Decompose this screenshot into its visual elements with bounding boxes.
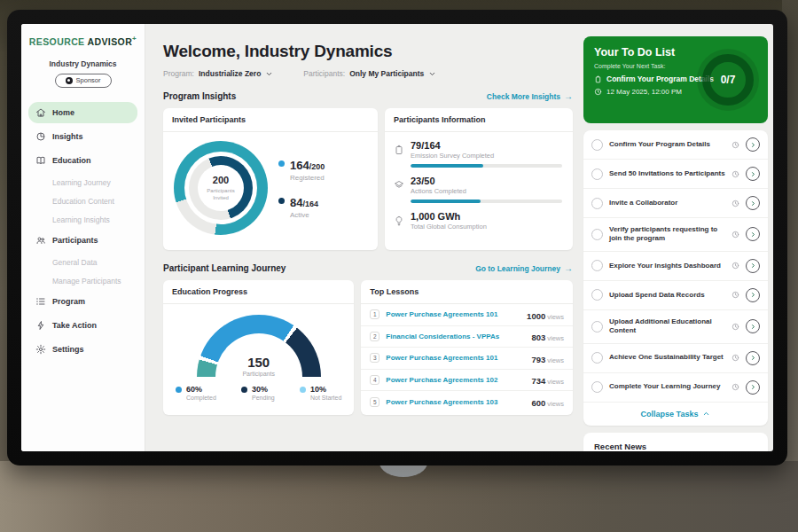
lesson-row: 2 Financial Considerations - VPPAs 803vi… <box>361 326 573 348</box>
lesson-views: 600 <box>531 398 545 408</box>
task-checkbox[interactable] <box>591 229 603 240</box>
task-checkbox[interactable] <box>591 168 603 180</box>
sidebar-item-label: Participants <box>52 236 98 245</box>
sidebar-item-participants[interactable]: Participants <box>28 230 137 251</box>
sidebar-item-manage-participants[interactable]: Manage Participants <box>28 272 137 291</box>
todo-task-row: Send 50 Invitations to Participants <box>583 160 768 189</box>
lesson-rank: 4 <box>370 375 379 385</box>
lesson-views: 793 <box>531 355 545 364</box>
emission-progress-bar <box>411 164 483 168</box>
task-open-button[interactable] <box>746 380 760 395</box>
completed-label: Completed <box>186 395 216 401</box>
app-logo: RESOURCE ADVISOR+ <box>28 35 137 47</box>
task-checkbox[interactable] <box>591 198 603 209</box>
lesson-link[interactable]: Power Purchase Agreements 101 <box>386 354 525 362</box>
task-open-button[interactable] <box>746 288 760 302</box>
sidebar-item-label: Insights <box>52 132 83 141</box>
collapse-tasks-label: Collapse Tasks <box>641 410 699 419</box>
legend-active: 84/164 Active <box>278 194 325 219</box>
participants-information-card-title: Participants Information <box>385 108 573 132</box>
sponsor-badge-label: Sponsor <box>76 76 101 84</box>
task-due-icon <box>732 231 739 239</box>
task-label: Complete Your Learning Journey <box>609 382 725 391</box>
actions-icon <box>394 178 404 189</box>
chevron-down-icon <box>265 70 273 78</box>
task-open-button[interactable] <box>746 259 760 273</box>
task-open-button[interactable] <box>746 227 760 241</box>
task-checkbox[interactable] <box>591 321 603 332</box>
pending-label: Pending <box>252 395 275 401</box>
task-checkbox[interactable] <box>591 139 603 151</box>
stat-value: 23/50 <box>411 176 562 186</box>
task-due-icon <box>732 200 739 207</box>
sidebar-item-take-action[interactable]: Take Action <box>28 315 137 336</box>
collapse-tasks-link[interactable]: Collapse Tasks <box>583 403 768 426</box>
go-to-learning-journey-link[interactable]: Go to Learning Journey → <box>475 264 573 273</box>
sidebar-item-education[interactable]: Education <box>28 150 137 171</box>
todo-task-row: Invite a Collaborator <box>583 189 768 218</box>
participants-select[interactable]: Participants: Only My Participants <box>303 69 436 78</box>
todo-due-label: 12 May 2025, 12:00 PM <box>606 88 682 96</box>
sidebar-item-learning-insights[interactable]: Learning Insights <box>28 211 137 230</box>
task-checkbox[interactable] <box>591 352 603 364</box>
logo-primary: RESOURCE <box>29 36 85 47</box>
sponsor-badge[interactable]: Sponsor <box>55 74 112 88</box>
lesson-row: 3 Power Purchase Agreements 101 793views <box>361 348 573 370</box>
sidebar-item-program[interactable]: Program <box>28 291 137 312</box>
sidebar-item-insights[interactable]: Insights <box>28 126 137 147</box>
take-action-icon <box>35 320 46 331</box>
task-open-button[interactable] <box>746 167 760 181</box>
chevron-right-icon <box>749 170 757 178</box>
arrow-right-icon: → <box>564 264 573 273</box>
task-label: Upload Additional Educational Content <box>609 317 725 336</box>
learning-journey-title: Participant Learning Journey <box>163 263 286 273</box>
lesson-views: 803 <box>531 332 545 342</box>
sidebar-item-home[interactable]: Home <box>28 102 137 123</box>
views-suffix: views <box>547 313 564 321</box>
lesson-rank: 2 <box>370 332 379 341</box>
task-due-icon <box>732 291 739 299</box>
lesson-link[interactable]: Power Purchase Agreements 102 <box>386 376 525 384</box>
clock-icon <box>594 88 602 96</box>
sidebar-item-label: Home <box>52 108 74 117</box>
task-open-button[interactable] <box>746 351 760 365</box>
stat-label: Total Global Consumption <box>411 223 562 231</box>
task-checkbox[interactable] <box>591 289 603 301</box>
participants-select-label: Participants: <box>303 69 345 78</box>
task-checkbox[interactable] <box>591 260 603 271</box>
todo-card: Your To Do List Complete Your Next Task:… <box>583 36 768 123</box>
lesson-link[interactable]: Power Purchase Agreements 103 <box>386 398 525 406</box>
completed-bullet <box>176 387 182 393</box>
go-to-learning-journey-label: Go to Learning Journey <box>475 264 560 273</box>
sidebar-item-label: Education <box>52 156 91 165</box>
pending-bullet <box>241 387 247 393</box>
lesson-rank: 3 <box>370 353 379 363</box>
lesson-row: 1 Power Purchase Agreements 101 1000view… <box>361 304 573 326</box>
lesson-link[interactable]: Financial Considerations - VPPAs <box>386 332 525 340</box>
chevron-down-icon <box>428 70 436 78</box>
active-total: /164 <box>302 200 318 208</box>
views-suffix: views <box>547 378 564 386</box>
gauge-center-label: Participants <box>197 371 321 377</box>
task-checkbox[interactable] <box>591 381 603 393</box>
task-label: Invite a Collaborator <box>609 199 725 207</box>
chevron-right-icon <box>749 383 757 391</box>
survey-icon <box>394 143 404 153</box>
sidebar-item-education-content[interactable]: Education Content <box>28 192 137 211</box>
check-more-insights-link[interactable]: Check More Insights → <box>487 92 573 101</box>
sidebar-item-general-data[interactable]: General Data <box>28 254 137 272</box>
sidebar-item-settings[interactable]: Settings <box>28 339 137 360</box>
lesson-link[interactable]: Power Purchase Agreements 101 <box>386 310 520 318</box>
program-select[interactable]: Program: Industrialize Zero <box>163 69 273 78</box>
task-open-button[interactable] <box>746 196 760 210</box>
stat-emission-survey: 79/164 Emission Survey Completed <box>394 140 562 168</box>
program-icon <box>35 296 46 307</box>
lesson-views: 1000 <box>527 311 545 321</box>
task-open-button[interactable] <box>746 319 760 333</box>
logo-plus: + <box>132 35 137 43</box>
program-select-label: Program: <box>163 69 194 78</box>
active-label: Active <box>290 211 318 219</box>
sidebar-item-learning-journey[interactable]: Learning Journey <box>28 174 137 192</box>
task-open-button[interactable] <box>746 137 760 152</box>
chevron-right-icon <box>749 231 757 239</box>
